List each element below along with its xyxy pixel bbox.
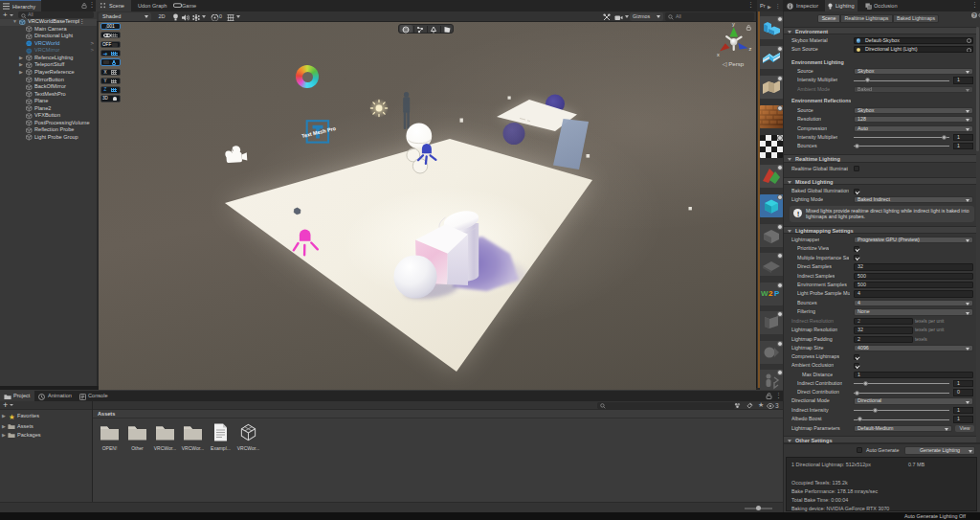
svg-text:y: y xyxy=(732,22,735,27)
svg-text:◁ Persp: ◁ Persp xyxy=(723,60,745,67)
svg-text:z: z xyxy=(748,46,751,52)
svg-text:x: x xyxy=(717,52,720,57)
